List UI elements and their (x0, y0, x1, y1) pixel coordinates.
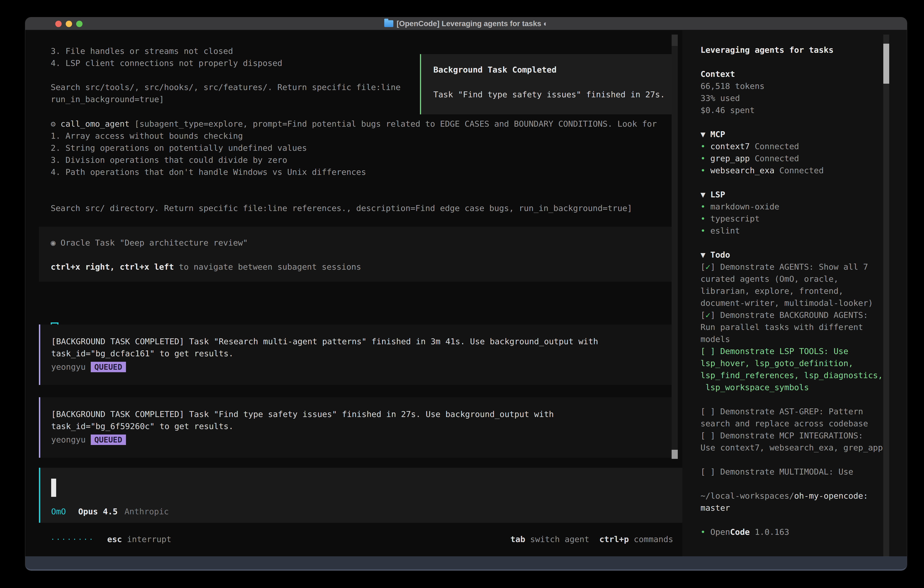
sidebar-text-segment: oh-my-opencode: (794, 491, 868, 500)
chat-area: 3. File handles or streams not closed4. … (25, 30, 682, 571)
message-meta: yeongyu QUEUED (51, 361, 673, 373)
text-line (51, 178, 657, 190)
toast-body: Task "Find type safety issues" finished … (433, 88, 676, 101)
text-line: 1. Array access without bounds checking (51, 130, 657, 142)
text-cursor (51, 479, 56, 497)
message-author: yeongyu (51, 362, 86, 372)
sidebar-text-segment: [ (701, 262, 706, 271)
sidebar-text-segment: ] Demonstrate BACKGROUND AGENTS: (710, 311, 868, 320)
text-line: 4. LSP client connections not properly d… (51, 57, 401, 69)
sidebar-text-segment: Connected (755, 142, 799, 151)
sidebar-line (701, 514, 883, 526)
sidebar-text-segment: typescript (710, 214, 760, 223)
tool-name: call_omo_agent (61, 119, 129, 129)
sidebar-text-segment: LSP (710, 190, 725, 199)
sidebar-text-segment: ▼ (701, 130, 710, 139)
sidebar-text-segment: ▼ (701, 250, 710, 259)
sidebar-text-segment: search and replace across codebase (701, 419, 868, 428)
tab-key: tab (510, 535, 525, 544)
traffic-lights (55, 21, 82, 27)
sidebar-text-segment: lsp_workspace_symbols (701, 383, 809, 392)
app-body: 3. File handles or streams not closed4. … (25, 30, 907, 571)
ctrlp-hint: ctrl+p commands (599, 535, 673, 544)
sidebar-line: librarian, explore, frontend, (701, 285, 883, 297)
message-meta: yeongyu QUEUED (51, 434, 673, 446)
chat-scrollbar-thumb[interactable] (672, 450, 678, 459)
sidebar-content: Leveraging agents for tasks Context66,51… (701, 44, 883, 538)
oracle-hint-keys: ctrl+x right, ctrl+x left (51, 262, 174, 271)
tool-args: [subagent_type=explore, prompt=Find pote… (130, 119, 657, 129)
sidebar-text-segment: Context (701, 69, 735, 79)
sidebar-text-segment: context7 (710, 142, 755, 151)
message-block: [BACKGROUND TASK COMPLETED] Task "Find t… (39, 397, 673, 458)
sidebar-text-segment: ] Demonstrate AGENTS: Show all 7 (710, 262, 868, 271)
sidebar-text-segment: • (701, 166, 710, 175)
sidebar-text-segment: [ (701, 311, 706, 320)
session-sidebar: Leveraging agents for tasks Context66,51… (682, 30, 907, 571)
tool-call-header: ⚙ call_omo_agent [subagent_type=explore,… (51, 118, 657, 130)
sidebar-line: Run parallel tasks with different (701, 321, 883, 333)
title-bar[interactable]: [OpenCode] Leveraging agents for tasks ◐ (25, 17, 907, 30)
chat-scrollbar[interactable] (672, 35, 678, 459)
sidebar-line: ▼ Todo (701, 249, 883, 261)
minimize-button[interactable] (66, 21, 72, 27)
sidebar-text-segment: grep_app (710, 154, 755, 163)
message-author: yeongyu (51, 435, 86, 444)
sidebar-text-segment: • (701, 527, 710, 537)
close-button[interactable] (55, 21, 62, 27)
sidebar-line: document-writer, multimodal-looker) (701, 297, 883, 309)
sidebar-line (701, 454, 883, 466)
sidebar-text-segment: Open (710, 527, 730, 537)
oracle-hint-text: to navigate between subagent sessions (174, 262, 361, 271)
prompt-input[interactable]: OmO Opus 4.5 Anthropic (39, 468, 686, 523)
sidebar-line: • OpenCode 1.0.163 (701, 526, 883, 538)
sidebar-line: [ ] Demonstrate LSP TOOLS: Use (701, 345, 883, 357)
sidebar-line (701, 177, 883, 188)
oracle-task-line: ◉ Oracle Task "Deep architecture review" (51, 237, 676, 249)
esc-key-hint: esc (107, 535, 122, 544)
sidebar-line: lsp_find_references, lsp_diagnostics, (701, 369, 883, 381)
sidebar-scrollbar[interactable] (883, 35, 889, 557)
sidebar-line: Leveraging agents for tasks (701, 44, 883, 56)
text-line: 3. Division operations that could divide… (51, 154, 657, 166)
sidebar-text-segment: [ ] Demonstrate AST-GREP: Pattern (701, 407, 863, 416)
sidebar-text-segment: Todo (710, 250, 730, 259)
sidebar-line: lsp_workspace_symbols (701, 381, 883, 393)
maximize-button[interactable] (76, 21, 82, 27)
message-line1: [BACKGROUND TASK COMPLETED] Task "Find t… (51, 408, 673, 420)
message-line2: task_id="bg_6f59260c" to get results. (51, 420, 673, 432)
message-line2: task_id="bg_dcfac161" to get results. (51, 347, 673, 360)
sidebar-text-segment: 66,518 tokens (701, 81, 765, 91)
sidebar-text-segment: Connected (755, 154, 799, 163)
spinner-dots-icon: ········ (51, 535, 94, 543)
sidebar-line: Context (701, 68, 883, 80)
sidebar-text-segment: ✓ (706, 311, 711, 320)
window-title-group: [OpenCode] Leveraging agents for tasks ◐ (384, 19, 548, 28)
sidebar-line (701, 116, 883, 128)
sidebar-text-segment: Use context7, websearch_exa, grep_app (701, 443, 883, 452)
input-provider-name: Anthropic (124, 507, 169, 516)
sidebar-text-segment: librarian, explore, frontend, (701, 286, 843, 296)
sidebar-text-segment: • (701, 226, 710, 235)
interrupt-label: interrupt (127, 535, 172, 544)
text-line: Search src/tools/, src/hooks/, src/featu… (51, 81, 401, 93)
text-line: 3. File handles or streams not closed (51, 45, 401, 57)
sidebar-text-segment: curated agents (OmO, oracle, (701, 274, 838, 284)
sidebar-text-segment: websearch_exa (710, 166, 779, 175)
gear-icon: ⚙ (51, 119, 61, 129)
sidebar-scrollbar-thumb[interactable] (883, 44, 889, 84)
background-task-toast: Background Task Completed Task "Find typ… (420, 54, 677, 114)
sidebar-text-segment: [ ] Demonstrate MULTIMODAL: Use (701, 467, 853, 476)
text-line: 2. String operations on potentially unde… (51, 142, 657, 154)
sidebar-text-segment: ~/local-workspaces/ (701, 491, 794, 500)
oracle-hint-line: ctrl+x right, ctrl+x left to navigate be… (51, 261, 676, 273)
sidebar-text-segment: models (701, 334, 730, 344)
tool-output-text: 3. File handles or streams not closed4. … (51, 45, 401, 105)
commands-label: commands (634, 535, 673, 544)
sidebar-line: lsp_hover, lsp_goto_definition, (701, 357, 883, 369)
sidebar-text-segment: [ ] Demonstrate MCP INTEGRATIONS: (701, 431, 863, 440)
sidebar-text-segment: • (701, 154, 710, 163)
sidebar-line (701, 393, 883, 405)
sidebar-line: search and replace across codebase (701, 418, 883, 429)
input-model-name: Opus 4.5 (78, 507, 117, 516)
